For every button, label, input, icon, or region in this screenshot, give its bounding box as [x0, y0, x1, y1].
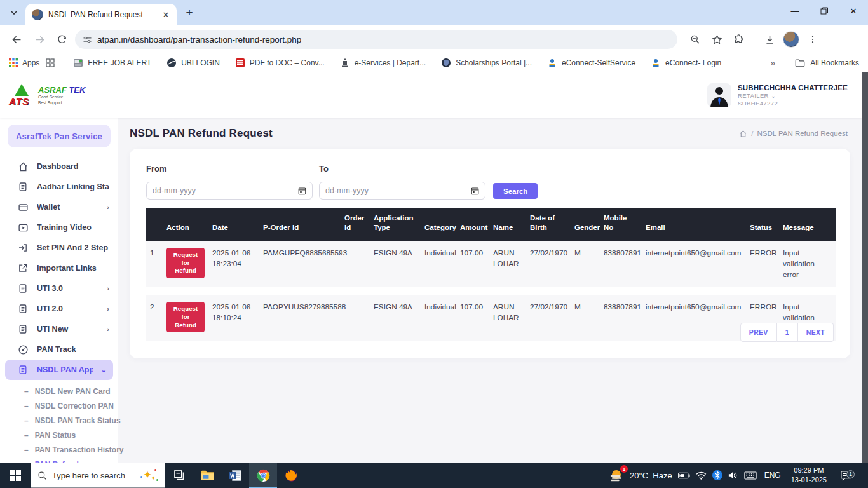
econnect-favicon [547, 58, 557, 68]
bookmark-item[interactable]: FREE JOB ALERT [73, 58, 151, 68]
new-tab-button[interactable]: + [180, 4, 198, 22]
bookmark-label: e-Services | Depart... [355, 58, 426, 67]
search-button[interactable]: Search [493, 183, 538, 199]
bluetooth-icon[interactable] [712, 470, 722, 480]
sidebar-item-uti-3-0[interactable]: UTI 3.0› [0, 278, 118, 299]
firefox-icon[interactable] [277, 463, 305, 488]
web-page: ATS ASRAF TEK Good Service... Best Suppo… [0, 72, 868, 463]
from-date-input[interactable]: dd-mm-yyyy [146, 182, 313, 200]
pdf-favicon [235, 58, 245, 68]
sidebar-item-training-video[interactable]: Training Video [0, 217, 118, 238]
wifi-icon[interactable] [696, 471, 707, 480]
calendar-icon[interactable] [298, 187, 306, 195]
word-icon[interactable] [221, 463, 249, 488]
window-close-button[interactable]: ✕ [839, 0, 868, 22]
sidebar-subitem-pan-refund[interactable]: –PAN Refund [0, 457, 118, 463]
sidebar-subitem-nsdl-correction-pan[interactable]: –NSDL Correction PAN [0, 398, 118, 413]
task-view-button[interactable] [165, 463, 193, 488]
wallet-icon [18, 202, 29, 213]
request-for-refund-button[interactable]: Request for Refund [166, 248, 205, 278]
page-scrollbar[interactable] [862, 72, 868, 463]
breadcrumb-current[interactable]: NSDL PAN Refund Request [757, 130, 848, 137]
user-menu[interactable]: SUBHECHCHHA CHATTERJEE RETAILER ⌄ SUBHE4… [707, 83, 848, 107]
to-date-input[interactable]: dd-mm-yyyy [319, 182, 485, 200]
document-icon [18, 324, 29, 335]
browser-tab[interactable]: NSDL PAN Refund Request ✕ [25, 4, 177, 25]
cell-gender: M [571, 291, 600, 345]
bookmarks-overflow-icon[interactable]: » [767, 58, 780, 68]
bookmark-star-icon[interactable] [707, 29, 727, 50]
sidebar-item-aadhar-linking-status[interactable]: Aadhar Linking Status [0, 177, 118, 197]
tab-close-icon[interactable]: ✕ [160, 9, 172, 20]
bookmark-label: eConnect- Login [665, 58, 721, 67]
apps-shortcut[interactable]: Apps [9, 58, 39, 67]
sidebar-subitem-nsdl-pan-track-status[interactable]: –NSDL PAN Track Status [0, 413, 118, 428]
sidebar-subitem-nsdl-new-pan-card[interactable]: –NSDL New PAN Card [0, 384, 118, 398]
browser-toolbar: atpan.in/dashboard/pan-transaction-refun… [0, 25, 868, 53]
volume-icon[interactable] [728, 471, 738, 480]
cell-application-type: ESIGN 49A [370, 291, 421, 345]
filter-bar: From dd-mm-yyyy To dd-mm-yyyy [146, 164, 834, 200]
bookmark-item[interactable]: eConnect-SelfService [547, 58, 635, 68]
pagination-next-button[interactable]: NEXT [798, 323, 834, 342]
bookmark-item[interactable]: PDF to DOC – Conv... [235, 58, 325, 68]
cell-category: Individual [421, 291, 456, 345]
language-indicator[interactable]: ENG [763, 471, 783, 480]
extensions-icon[interactable] [728, 29, 749, 50]
all-bookmarks-button[interactable]: All Bookmarks [810, 58, 859, 67]
sidebar-subitem-pan-status[interactable]: –PAN Status [0, 428, 118, 442]
taskbar: Type here to search ✦✦ [0, 463, 868, 488]
bookmark-item[interactable]: Scholarships Portal |... [441, 58, 532, 68]
bookmark-item[interactable]: eConnect- Login [651, 58, 721, 68]
request-for-refund-button[interactable]: Request for Refund [166, 302, 205, 332]
sidebar-item-set-pin-and-2-step[interactable]: Set PIN And 2 Step [0, 238, 118, 258]
pagination: PREV1NEXT [740, 323, 834, 342]
profile-avatar[interactable] [781, 29, 801, 50]
bookmark-item[interactable]: UBI LOGIN [166, 58, 220, 68]
reload-icon[interactable] [52, 29, 72, 50]
sidebar-brand[interactable]: AsrafTek Pan Service [8, 125, 111, 147]
action-center-icon[interactable]: 1 [835, 470, 857, 481]
forward-icon[interactable] [29, 29, 50, 50]
sidebar-menu: DashboardAadhar Linking StatusWallet›Tra… [0, 156, 118, 380]
calendar-icon[interactable] [471, 187, 479, 195]
sidebar-item-important-links[interactable]: Important Links [0, 258, 118, 278]
site-info-icon[interactable] [83, 35, 92, 44]
start-button[interactable] [0, 463, 31, 488]
taskbar-search-placeholder: Type here to search [52, 471, 134, 480]
zoom-icon[interactable] [685, 29, 705, 50]
taskbar-clock[interactable]: 09:29 PM 13-01-2025 [789, 466, 829, 485]
pagination-page-1-button[interactable]: 1 [777, 323, 798, 342]
taskbar-weather[interactable]: 1 20°C Haze [609, 468, 672, 483]
home-icon[interactable] [739, 130, 747, 138]
sidebar-item-uti-new[interactable]: UTI New› [0, 319, 118, 339]
sidebar-item-uti-2-0[interactable]: UTI 2.0› [0, 299, 118, 319]
window-restore-button[interactable] [810, 0, 839, 22]
bookmark-item[interactable]: e-Services | Depart... [340, 58, 426, 68]
site-logo[interactable]: ATS ASRAF TEK Good Service... Best Suppo… [9, 83, 85, 108]
sidebar-item-nsdl-pan-application[interactable]: NSDL PAN Application⌄ [5, 360, 113, 380]
chevron-right-icon: › [107, 203, 109, 211]
document-icon [18, 304, 29, 315]
file-explorer-icon[interactable] [193, 463, 221, 488]
chrome-icon[interactable] [249, 463, 277, 488]
address-bar[interactable]: atpan.in/dashboard/pan-transaction-refun… [75, 30, 677, 49]
back-icon[interactable] [6, 29, 27, 50]
bookmark-label: UBI LOGIN [181, 58, 220, 67]
taskbar-search-input[interactable]: Type here to search ✦✦ [31, 463, 165, 488]
pagination-prev-button[interactable]: PREV [740, 323, 777, 342]
bookmarks-divider-2 [787, 58, 787, 68]
tab-search-icon[interactable] [5, 4, 23, 22]
emblem-favicon [340, 58, 350, 68]
battery-icon[interactable] [678, 472, 690, 479]
column-header: P-Order Id [259, 208, 341, 241]
touch-keyboard-icon[interactable] [744, 471, 757, 480]
sidebar-item-dashboard[interactable]: Dashboard [0, 156, 118, 177]
downloads-icon[interactable] [759, 29, 780, 50]
sidebar-item-pan-track[interactable]: PAN Track [0, 339, 118, 360]
menu-kebab-icon[interactable] [803, 29, 823, 50]
sidebar-subitem-pan-transaction-history[interactable]: –PAN Transaction History [0, 442, 118, 457]
sidebar-item-wallet[interactable]: Wallet› [0, 197, 118, 217]
window-minimize-button[interactable]: — [780, 0, 810, 22]
reading-list-grid-icon[interactable] [46, 58, 55, 67]
